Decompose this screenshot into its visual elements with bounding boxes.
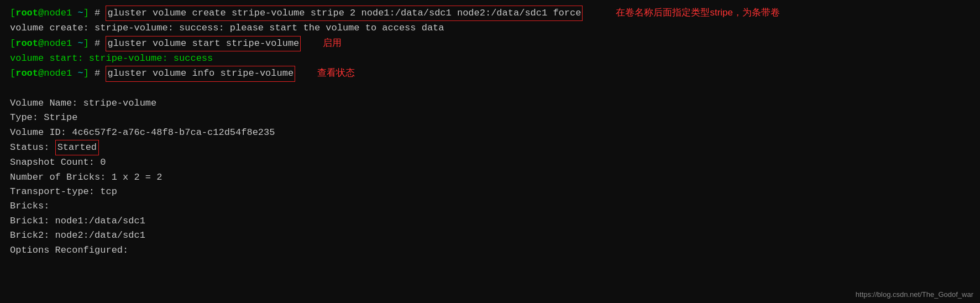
output-bricks-count: Number of Bricks: 1 x 2 = 2 xyxy=(10,170,162,185)
output-brick2: Brick2: node2:/data/sdc1 xyxy=(10,228,145,243)
line-brick1: Brick1: node1:/data/sdc1 xyxy=(10,214,970,228)
line-brick2: Brick2: node2:/data/sdc1 xyxy=(10,228,970,243)
annotation-3: 启用 xyxy=(323,36,342,50)
output-brick1: Brick1: node1:/data/sdc1 xyxy=(10,214,145,228)
line-1: [root@node1 ~] # gluster volume create s… xyxy=(10,6,970,21)
line-2: volume create: stripe-volume: success: p… xyxy=(10,21,970,35)
line-bricks-label: Bricks: xyxy=(10,199,970,213)
output-2: volume create: stripe-volume: success: p… xyxy=(10,21,444,35)
output-bricks-label: Bricks: xyxy=(10,199,49,213)
output-volume-name: Volume Name: stripe-volume xyxy=(10,96,156,111)
line-status: Status: Started xyxy=(10,140,970,155)
status-prefix: Status: xyxy=(10,140,55,155)
output-transport: Transport-type: tcp xyxy=(10,185,117,199)
prompt-5: [root@node1 ~] # xyxy=(10,66,106,81)
line-4: volume start: stripe-volume: success xyxy=(10,51,970,66)
cmd-5[interactable]: gluster volume info stripe-volume xyxy=(106,66,295,81)
output-snapshot: Snapshot Count: 0 xyxy=(10,155,106,170)
line-5: [root@node1 ~] # gluster volume info str… xyxy=(10,66,970,81)
line-options: Options Reconfigured: xyxy=(10,243,970,258)
line-3: [root@node1 ~] # gluster volume start st… xyxy=(10,36,970,51)
terminal-container: [root@node1 ~] # gluster volume create s… xyxy=(10,6,970,258)
output-volume-id: Volume ID: 4c6c57f2-a76c-48f8-b7ca-c12d5… xyxy=(10,126,275,140)
cmd-1[interactable]: gluster volume create stripe-volume stri… xyxy=(106,6,583,21)
cmd-3[interactable]: gluster volume start stripe-volume xyxy=(106,36,301,51)
output-type: Type: Stripe xyxy=(10,111,77,125)
prompt-1: [root@node1 ~] # xyxy=(10,6,106,20)
line-snapshot: Snapshot Count: 0 xyxy=(10,155,970,170)
line-type: Type: Stripe xyxy=(10,111,970,125)
annotation-right-1: 在卷名称后面指定类型stripe，为条带卷 xyxy=(616,6,780,20)
output-4: volume start: stripe-volume: success xyxy=(10,51,213,66)
watermark: https://blog.csdn.net/The_Godof_war xyxy=(856,290,973,299)
line-volume-name: Volume Name: stripe-volume xyxy=(10,96,970,111)
output-options: Options Reconfigured: xyxy=(10,243,128,258)
annotation-5: 查看状态 xyxy=(317,66,355,80)
prompt-3: [root@node1 ~] # xyxy=(10,36,106,51)
status-value: Started xyxy=(55,140,99,155)
line-volume-id: Volume ID: 4c6c57f2-a76c-48f8-b7ca-c12d5… xyxy=(10,126,970,140)
line-bricks-count: Number of Bricks: 1 x 2 = 2 xyxy=(10,170,970,185)
line-transport: Transport-type: tcp xyxy=(10,185,970,199)
blank-line xyxy=(10,82,970,96)
